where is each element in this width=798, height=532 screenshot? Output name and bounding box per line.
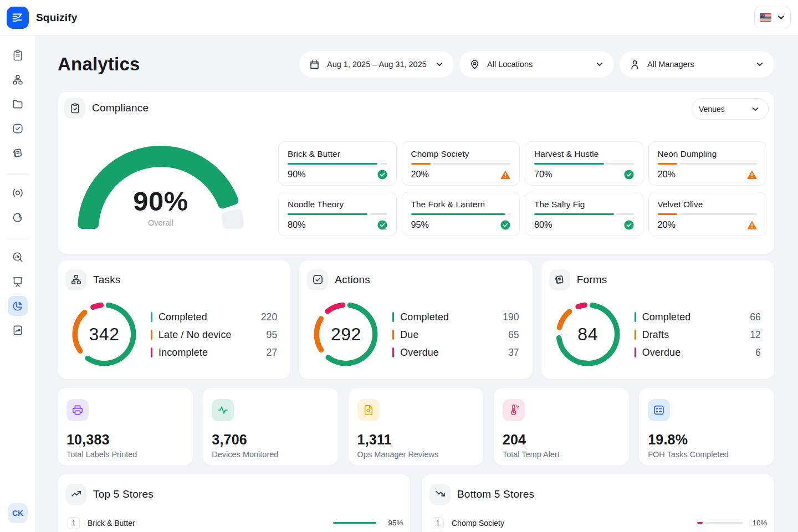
svg-text:°c: °c (515, 405, 519, 409)
